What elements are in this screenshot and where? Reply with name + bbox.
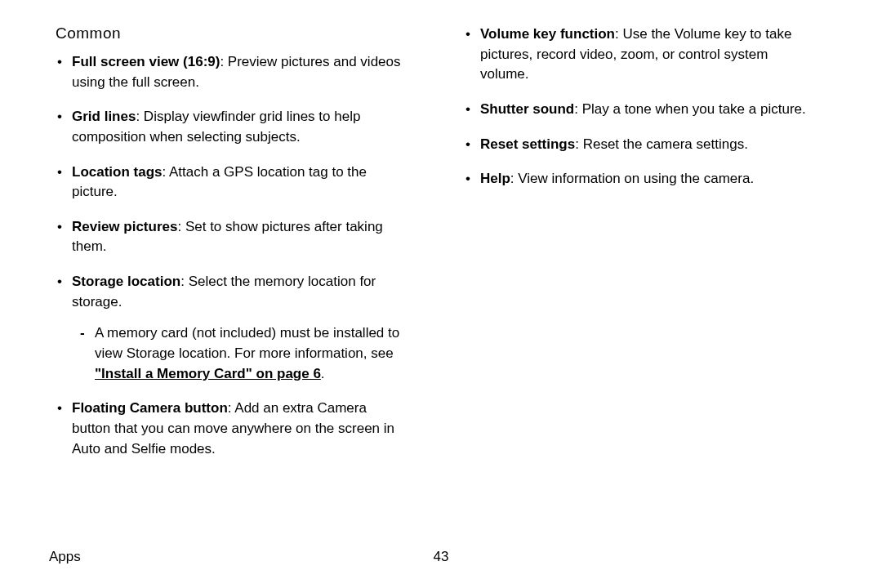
cross-reference-link[interactable]: "Install a Memory Card" on page 6 (95, 366, 321, 381)
item-desc: : Play a tone when you take a picture. (574, 101, 806, 117)
item-desc: : View information on using the camera. (510, 171, 754, 186)
item-term: Full screen view (16:9) (72, 54, 220, 69)
left-bullet-list: Full screen view (16:9): Preview picture… (49, 52, 408, 459)
item-term: Location tags (72, 164, 163, 180)
page-footer: Apps 43 (49, 549, 833, 565)
left-column: Common Full screen view (16:9): Preview … (49, 24, 408, 474)
sub-text-pre: A memory card (not included) must be ins… (95, 325, 399, 361)
list-item: Storage location: Select the memory loca… (49, 272, 408, 384)
item-desc: : Reset the camera settings. (575, 136, 748, 152)
right-bullet-list: Volume key function: Use the Volume key … (457, 24, 817, 189)
item-term: Reset settings (480, 136, 575, 152)
sub-list: A memory card (not included) must be ins… (72, 323, 408, 384)
item-term: Help (480, 171, 510, 186)
section-heading: Common (56, 24, 408, 42)
list-item: Review pictures: Set to show pictures af… (49, 217, 408, 257)
document-page: Common Full screen view (16:9): Preview … (0, 0, 882, 588)
item-term: Floating Camera button (72, 400, 228, 416)
list-item: Shutter sound: Play a tone when you take… (457, 100, 817, 120)
right-column: Volume key function: Use the Volume key … (457, 24, 817, 474)
list-item: Reset settings: Reset the camera setting… (457, 135, 817, 155)
list-item: Floating Camera button: Add an extra Cam… (49, 399, 408, 459)
sub-list-item: A memory card (not included) must be ins… (72, 323, 408, 384)
item-term: Shutter sound (480, 101, 574, 117)
list-item: Location tags: Attach a GPS location tag… (49, 163, 408, 203)
item-term: Volume key function (480, 26, 615, 42)
item-term: Review pictures (72, 219, 177, 234)
footer-page-number: 43 (434, 549, 449, 565)
item-term: Storage location (72, 274, 180, 289)
item-term: Grid lines (72, 109, 136, 124)
list-item: Full screen view (16:9): Preview picture… (49, 52, 408, 92)
footer-section-label: Apps (49, 549, 81, 565)
list-item: Grid lines: Display viewfinder grid line… (49, 107, 408, 147)
list-item: Help: View information on using the came… (457, 169, 817, 189)
sub-text-post: . (321, 366, 325, 381)
list-item: Volume key function: Use the Volume key … (457, 24, 817, 85)
two-column-layout: Common Full screen view (16:9): Preview … (49, 24, 833, 474)
